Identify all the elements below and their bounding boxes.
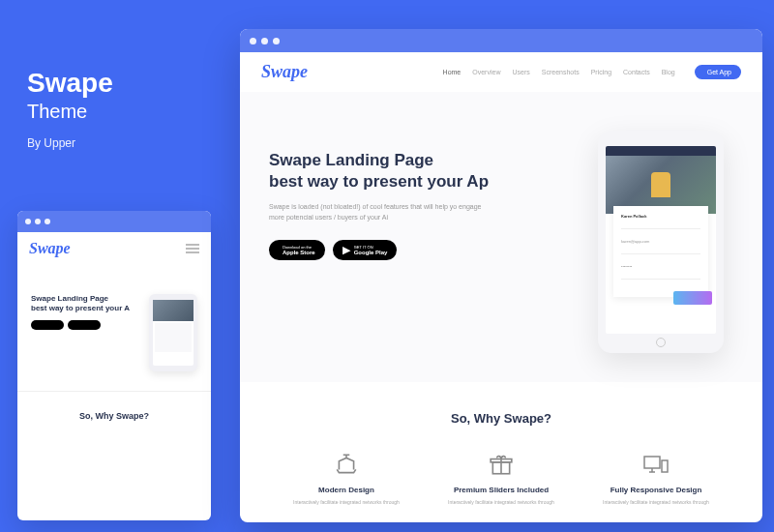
google-label: Google Play — [354, 250, 388, 255]
nav-blog[interactable]: Blog — [662, 69, 675, 75]
feature-desc: Interactively facilitate integrated netw… — [588, 499, 724, 506]
phone-mockup: Karen Pollack karen@app.com •••••••• — [598, 131, 724, 353]
mobile-header: Swape — [17, 232, 211, 265]
nav-overview[interactable]: Overview — [472, 69, 500, 75]
apple-label: Apple Store — [283, 250, 315, 255]
feature-modern-design: Modern Design Interactively facilitate i… — [269, 451, 424, 506]
features-title: So, Why Swape? — [269, 411, 733, 426]
form-email: karen@app.com — [621, 239, 700, 244]
logo[interactable]: Swape — [29, 240, 71, 257]
home-button-icon — [656, 338, 666, 347]
apple-store-button[interactable] — [31, 320, 64, 330]
window-dot-icon — [45, 219, 50, 224]
phone-form-card: Karen Pollack karen@app.com •••••••• — [613, 206, 708, 297]
feature-premium-sliders: Premium Sliders Included Interactively f… — [424, 451, 579, 506]
form-password: •••••••• — [621, 264, 700, 269]
desktop-hero: Swape Landing Page best way to present y… — [240, 92, 762, 382]
feature-title: Premium Sliders Included — [433, 486, 569, 494]
features-section: So, Why Swape? Modern Design Interactive… — [240, 382, 762, 516]
product-title: Swape — [27, 68, 113, 99]
nav-users[interactable]: Users — [512, 69, 529, 75]
svg-rect-3 — [662, 460, 668, 472]
hamburger-icon[interactable] — [186, 244, 199, 253]
svg-rect-2 — [644, 457, 660, 468]
mobile-hero-line2: best way to present your A — [31, 304, 149, 313]
window-dot-icon — [25, 219, 31, 224]
gift-icon — [433, 451, 569, 478]
hero-subtitle: Swape is loaded (not bloated!) of cool f… — [269, 202, 482, 222]
product-label: Swape Theme By Upper — [27, 68, 113, 150]
feature-title: Modern Design — [279, 486, 414, 494]
phone-mockup — [149, 294, 197, 371]
window-dot-icon — [35, 219, 41, 224]
feature-title: Fully Responsive Design — [588, 486, 724, 494]
main-nav: Swape Home Overview Users Screenshots Pr… — [240, 52, 762, 92]
feature-desc: Interactively facilitate integrated netw… — [433, 499, 569, 506]
mobile-hero: Swape Landing Page best way to present y… — [17, 265, 211, 381]
nav-home[interactable]: Home — [443, 69, 461, 75]
feature-desc: Interactively facilitate integrated netw… — [279, 499, 414, 506]
nav-contacts[interactable]: Contacts — [623, 69, 650, 75]
mobile-store-buttons — [31, 320, 149, 330]
window-dot-icon — [261, 38, 268, 44]
phone-hero-image — [606, 156, 716, 214]
mobile-section2: So, Why Swape? — [17, 391, 211, 440]
nav-pricing[interactable]: Pricing — [591, 69, 611, 75]
google-play-button[interactable]: ▶ GET IT ONGoogle Play — [333, 240, 398, 260]
mobile-preview-window: Swape Swape Landing Page best way to pre… — [17, 211, 211, 520]
ship-icon — [279, 451, 414, 478]
get-app-button[interactable]: Get App — [695, 65, 741, 79]
nav-screenshots[interactable]: Screenshots — [542, 69, 580, 75]
mobile-section2-title: So, Why Swape? — [27, 411, 201, 421]
mobile-titlebar — [17, 211, 211, 232]
google-play-button[interactable] — [68, 320, 101, 330]
desktop-titlebar — [240, 29, 762, 52]
store-buttons: Download on theApple Store ▶ GET IT ONGo… — [269, 240, 598, 260]
get-app-label: Get App — [707, 69, 731, 75]
hero-line1: Swape Landing Page — [269, 150, 598, 171]
product-subtitle: Theme — [27, 101, 113, 123]
form-submit-button[interactable] — [673, 291, 712, 305]
apple-store-button[interactable]: Download on theApple Store — [269, 240, 325, 260]
hero-text: Swape Landing Page best way to present y… — [269, 131, 598, 353]
play-icon: ▶ — [342, 244, 350, 256]
devices-icon — [588, 451, 724, 478]
product-author: By Upper — [27, 136, 113, 150]
desktop-preview-window: Swape Home Overview Users Screenshots Pr… — [240, 29, 762, 522]
mobile-hero-line1: Swape Landing Page — [31, 294, 149, 304]
window-dot-icon — [250, 38, 256, 44]
mobile-hero-text: Swape Landing Page best way to present y… — [31, 294, 149, 371]
feature-responsive: Fully Responsive Design Interactively fa… — [579, 451, 733, 506]
features-row: Modern Design Interactively facilitate i… — [269, 451, 733, 506]
form-name: Karen Pollack — [621, 214, 700, 219]
hero-line2: best way to present your Ap — [269, 171, 598, 192]
logo[interactable]: Swape — [261, 62, 308, 82]
window-dot-icon — [273, 38, 280, 44]
